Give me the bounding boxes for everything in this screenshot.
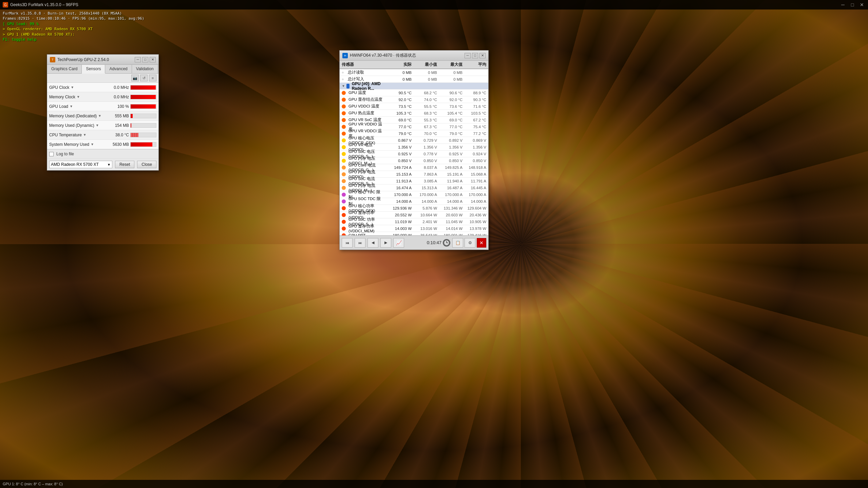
sensor-type-icon bbox=[342, 104, 346, 109]
sensor-value-avg: 15.068 A bbox=[463, 172, 486, 176]
sensor-value-max: 92.0 °C bbox=[437, 98, 463, 102]
gpuz-tool-menu[interactable]: ≡ bbox=[149, 75, 156, 81]
app-icon: G bbox=[3, 2, 8, 7]
info-line5: > GPU 1 (AMD Radeon RX 5700 XT): bbox=[3, 32, 144, 37]
gpuz-toolbar: 📷 ↺ ≡ bbox=[47, 74, 158, 83]
dropdown-arrow-icon[interactable]: ▼ bbox=[83, 133, 87, 137]
sensor-value-avg: 88.9 °C bbox=[463, 91, 486, 95]
gpuz-titlebar: T TechPowerUp GPU-Z 2.54.0 ─ □ ✕ bbox=[47, 55, 158, 65]
hwinfo-nav-first[interactable]: ⏮ bbox=[342, 238, 353, 248]
sensor-value-max: 1.356 V bbox=[437, 145, 463, 149]
sensor-value-current: 90.5 °C bbox=[384, 91, 412, 95]
hwinfo-nav-prev2[interactable]: ⏭ bbox=[355, 238, 365, 248]
sensor-value-min: 7.863 A bbox=[412, 172, 437, 176]
log-to-file-checkbox[interactable] bbox=[49, 152, 54, 156]
close-button[interactable]: ✕ bbox=[858, 2, 865, 7]
sensor-value-max: 170.000 A bbox=[437, 193, 463, 197]
dropdown-arrow-icon[interactable]: ▼ bbox=[70, 104, 73, 108]
sensor-type-icon bbox=[342, 206, 346, 210]
sensor-current: 0 MB bbox=[384, 71, 412, 75]
tab-advanced[interactable]: Advanced bbox=[105, 65, 132, 73]
hwinfo-nav-next[interactable]: ▶ bbox=[380, 238, 391, 248]
hwinfo-close-btn[interactable]: ✕ bbox=[479, 53, 486, 58]
hwinfo-time-display: 0:10:47 bbox=[427, 239, 450, 247]
gpuz-minimize-btn[interactable]: ─ bbox=[135, 57, 141, 62]
info-line1: FurMark v1.35.0.8 · Burn-in test, 2560x1… bbox=[3, 11, 144, 16]
sensor-value-min: 8.037 A bbox=[412, 165, 437, 170]
reset-button[interactable]: Reset bbox=[115, 161, 134, 168]
sensor-value-max: 69.0 °C bbox=[437, 118, 463, 122]
sensor-value-current: 14.000 A bbox=[384, 199, 412, 203]
sensor-value-max: 0.850 V bbox=[437, 159, 463, 163]
group-collapse-icon[interactable]: ▼ bbox=[342, 84, 345, 88]
gpuz-bar bbox=[130, 95, 156, 99]
dropdown-arrow-icon[interactable]: ▼ bbox=[96, 123, 99, 127]
close-button-gpuz[interactable]: Close bbox=[137, 161, 156, 168]
sensor-value-avg: 14.000 A bbox=[463, 199, 486, 203]
sensor-name: GPU 温度 bbox=[342, 90, 384, 95]
tab-validation[interactable]: Validation bbox=[132, 65, 158, 73]
bottom-status-bar: GPU 1: 8° C (min: 8° C – max: 8° C) bbox=[0, 480, 868, 488]
dropdown-arrow-icon[interactable]: ▼ bbox=[71, 85, 74, 89]
sensor-type-icon bbox=[342, 138, 346, 142]
hwinfo-sensor-row: GPU 显存结点温度 92.0 °C 74.0 °C 92.0 °C 90.3 … bbox=[340, 96, 488, 103]
hwinfo-nav-prev[interactable]: ◀ bbox=[367, 238, 378, 248]
info-line2: Frames:82915 · time:00:10:46 · FPS:96 (m… bbox=[3, 16, 144, 21]
expand-icon[interactable]: ○ bbox=[342, 71, 346, 74]
tab-sensors[interactable]: Sensors bbox=[82, 65, 105, 74]
sensor-value-current: 180.000 W bbox=[384, 233, 412, 236]
gpuz-tool-capture[interactable]: 📷 bbox=[131, 75, 139, 81]
gpuz-bar bbox=[130, 85, 156, 90]
hwinfo-graph-btn[interactable]: 📈 bbox=[393, 238, 404, 248]
sensor-min: 0 MB bbox=[412, 77, 437, 81]
sensor-value-current: 0.867 V bbox=[384, 138, 412, 142]
gpuz-row-label: Memory Used (Dedicated) ▼ bbox=[49, 114, 105, 118]
hwinfo-copy-btn[interactable]: 📋 bbox=[452, 238, 463, 248]
sensor-value-min: 1.356 V bbox=[412, 145, 437, 149]
gpu-group-icon bbox=[346, 84, 350, 89]
hwinfo-gpu-group-header: ▼ GPU [#0]: AMD Radeon R... bbox=[340, 83, 488, 90]
col-avg: 平均 bbox=[463, 62, 486, 67]
sensor-max: 0 MB bbox=[437, 77, 463, 81]
sensor-value-current: 77.0 °C bbox=[384, 125, 412, 129]
sensor-value-max: 20.603 W bbox=[437, 213, 463, 217]
col-min: 最小值 bbox=[412, 62, 437, 67]
maximize-button[interactable]: □ bbox=[849, 2, 856, 7]
sensor-type-icon bbox=[342, 172, 346, 176]
gpuz-row-label: GPU Clock ▼ bbox=[49, 85, 105, 90]
sensor-value-current: 129.936 W bbox=[384, 206, 412, 210]
gpuz-tool-refresh[interactable]: ↺ bbox=[140, 75, 148, 81]
expand-icon[interactable]: ○ bbox=[342, 77, 346, 81]
sensor-value-avg: 16.445 A bbox=[463, 186, 486, 190]
gpuz-sensor-row: Memory Clock ▼ 0.0 MHz bbox=[47, 92, 158, 102]
tab-graphics-card[interactable]: Graphics Card bbox=[47, 65, 82, 73]
dropdown-arrow-icon[interactable]: ▼ bbox=[98, 114, 101, 118]
sensor-value-min: 5.876 W bbox=[412, 206, 437, 210]
gpuz-bar bbox=[130, 142, 156, 147]
hwinfo-maximize-btn[interactable]: □ bbox=[472, 53, 478, 58]
gpuz-close-btn[interactable]: ✕ bbox=[150, 57, 156, 62]
gpu-selector-arrow: ▼ bbox=[107, 163, 111, 167]
hwinfo-sensor-list: ○ 总计读取 0 MB 0 MB 0 MB ○ 总计写入 0 MB 0 MB 0… bbox=[340, 69, 488, 235]
sensor-min: 0 MB bbox=[412, 71, 437, 75]
hwinfo-settings-btn[interactable]: ⚙ bbox=[465, 238, 475, 248]
sensor-name: GPU 显存结点温度 bbox=[342, 97, 384, 102]
gpuz-window: T TechPowerUp GPU-Z 2.54.0 ─ □ ✕ Graphic… bbox=[47, 54, 159, 171]
sensor-value-current: 149.724 A bbox=[384, 165, 412, 170]
dropdown-arrow-icon[interactable]: ▼ bbox=[77, 95, 80, 99]
sensor-type-icon bbox=[342, 165, 346, 170]
minimize-button[interactable]: ─ bbox=[839, 2, 846, 7]
dropdown-arrow-icon[interactable]: ▼ bbox=[91, 142, 94, 146]
hwinfo-close-red-btn[interactable]: ✕ bbox=[477, 238, 486, 248]
hwinfo-minimize-btn[interactable]: ─ bbox=[465, 53, 471, 58]
sensor-value-current: 11.913 A bbox=[384, 179, 412, 183]
gpuz-sensor-row: CPU Temperature ▼ 38.0 °C bbox=[47, 130, 158, 140]
sensor-value-avg: 0.869 V bbox=[463, 138, 486, 142]
gpuz-sensor-row: GPU Load ▼ 100 % bbox=[47, 102, 158, 111]
gpuz-maximize-btn[interactable]: □ bbox=[142, 57, 148, 62]
sensor-value-max: 180.001 W bbox=[437, 233, 463, 236]
gpu-selector[interactable]: AMD Radeon RX 5700 XT ▼ bbox=[49, 161, 112, 168]
sensor-value-min: 67.3 °C bbox=[412, 125, 437, 129]
hwinfo-bottom-toolbar: ⏮ ⏭ ◀ ▶ 📈 0:10:47 📋 ⚙ ✕ bbox=[340, 235, 488, 250]
sensor-type-icon bbox=[342, 152, 346, 156]
